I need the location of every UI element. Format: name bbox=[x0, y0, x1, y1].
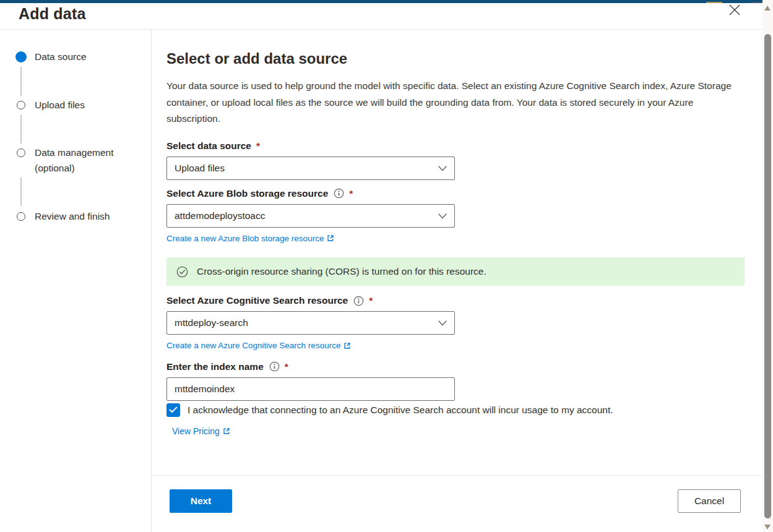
data-source-dropdown[interactable]: Upload files bbox=[166, 157, 455, 180]
required-marker: * bbox=[256, 140, 260, 152]
info-icon[interactable] bbox=[334, 188, 344, 199]
step-upload-files[interactable]: Upload files bbox=[15, 100, 139, 113]
cancel-button[interactable]: Cancel bbox=[678, 489, 741, 513]
scrollbar-thumb[interactable] bbox=[764, 34, 771, 518]
required-marker: * bbox=[349, 188, 353, 199]
step-connector bbox=[20, 178, 22, 206]
page-title: Select or add data source bbox=[166, 49, 745, 68]
portal-icon-fragment bbox=[751, 0, 763, 3]
dialog-title: Add data bbox=[19, 5, 86, 23]
step-connector bbox=[20, 115, 22, 144]
next-button[interactable]: Next bbox=[170, 489, 232, 513]
info-icon[interactable] bbox=[353, 296, 364, 306]
checkbox-checked[interactable] bbox=[166, 403, 180, 417]
acknowledge-checkbox-row[interactable]: I acknowledge that connecting to an Azur… bbox=[166, 403, 745, 417]
chevron-down-icon bbox=[438, 210, 447, 221]
step-label: Data management (optional) bbox=[35, 145, 137, 176]
dropdown-value: Upload files bbox=[175, 163, 225, 174]
step-label: Review and finish bbox=[35, 208, 137, 224]
step-pending-dot bbox=[17, 148, 25, 157]
dialog-content: Select or add data source Your data sour… bbox=[152, 30, 762, 532]
dialog-footer: Next Cancel bbox=[152, 475, 762, 476]
label-text: Select data source bbox=[166, 140, 251, 152]
link-text: Create a new Azure Cognitive Search reso… bbox=[166, 341, 340, 350]
vertical-scrollbar[interactable] bbox=[762, 0, 773, 532]
banner-text: Cross-origin resource sharing (CORS) is … bbox=[197, 266, 486, 277]
link-text: Create a new Azure Blob storage resource bbox=[166, 234, 324, 243]
step-data-management[interactable]: Data management (optional) bbox=[15, 147, 139, 176]
step-pending-dot bbox=[17, 101, 25, 109]
create-cognitive-search-link[interactable]: Create a new Azure Cognitive Search reso… bbox=[166, 340, 351, 351]
portal-top-strip bbox=[0, 0, 762, 3]
step-data-source[interactable]: Data source bbox=[15, 51, 139, 64]
wizard-steps-sidebar: Data source Upload files Data management… bbox=[0, 30, 152, 532]
create-blob-storage-link[interactable]: Create a new Azure Blob storage resource bbox=[166, 233, 334, 244]
blob-storage-label: Select Azure Blob storage resource * bbox=[166, 187, 745, 200]
step-pending-dot bbox=[17, 212, 25, 221]
view-pricing-link[interactable]: View Pricing bbox=[172, 426, 230, 436]
acknowledge-label: I acknowledge that connecting to an Azur… bbox=[188, 405, 613, 416]
step-connector bbox=[20, 67, 22, 96]
link-text: View Pricing bbox=[172, 426, 220, 436]
dropdown-value: attdemodeploystoacc bbox=[175, 210, 265, 221]
blob-storage-dropdown[interactable]: attdemodeploystoacc bbox=[166, 204, 455, 228]
close-button[interactable] bbox=[727, 2, 743, 19]
external-link-icon bbox=[327, 234, 334, 242]
step-review-finish[interactable]: Review and finish bbox=[15, 211, 139, 224]
portal-icon-fragment bbox=[706, 0, 722, 3]
cognitive-search-dropdown[interactable]: mttdeploy-search bbox=[166, 311, 455, 335]
data-source-label: Select data source * bbox=[166, 140, 745, 152]
index-name-input[interactable] bbox=[166, 377, 455, 401]
step-label: Upload files bbox=[35, 97, 137, 113]
cognitive-search-label: Select Azure Cognitive Search resource * bbox=[166, 294, 745, 307]
description-text: Your data source is used to help ground … bbox=[166, 78, 745, 127]
scroll-down-arrow-icon[interactable] bbox=[764, 525, 771, 530]
cors-success-banner: Cross-origin resource sharing (CORS) is … bbox=[166, 257, 745, 286]
chevron-down-icon bbox=[438, 163, 447, 174]
external-link-icon bbox=[223, 427, 230, 435]
required-marker: * bbox=[369, 295, 373, 306]
step-active-dot bbox=[15, 51, 27, 62]
required-marker: * bbox=[285, 361, 288, 372]
external-link-icon bbox=[343, 342, 351, 350]
index-name-label: Enter the index name * bbox=[166, 361, 745, 373]
success-check-icon bbox=[176, 266, 188, 278]
label-text: Select Azure Cognitive Search resource bbox=[166, 295, 348, 306]
step-label: Data source bbox=[35, 49, 137, 64]
dropdown-value: mttdeploy-search bbox=[175, 317, 248, 328]
chevron-down-icon bbox=[438, 317, 447, 328]
close-icon bbox=[728, 3, 741, 19]
info-icon[interactable] bbox=[269, 361, 280, 372]
scroll-up-arrow-icon[interactable] bbox=[764, 6, 771, 11]
label-text: Select Azure Blob storage resource bbox=[166, 188, 328, 199]
label-text: Enter the index name bbox=[166, 361, 264, 372]
